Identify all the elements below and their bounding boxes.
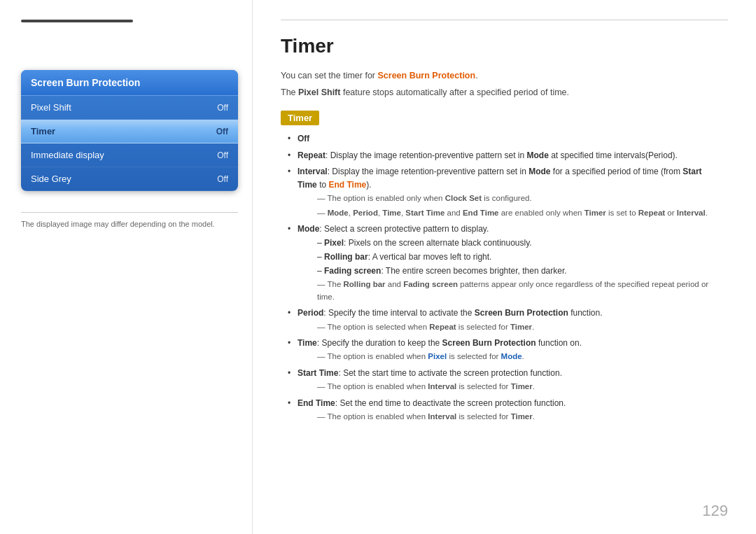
bullet-mode: Mode: Select a screen protective pattern… [288, 223, 721, 303]
sub-note-period: The option is selected when Repeat is se… [298, 321, 721, 333]
bullet-end-time: End Time: Set the end time to deactivate… [288, 397, 721, 423]
side-grey-label: Side Grey [31, 174, 71, 184]
menu-item-immediate-display[interactable]: Immediate display Off [21, 143, 238, 167]
pixel-shift-label: Pixel Shift [31, 102, 71, 113]
timer-label: Timer [31, 126, 55, 136]
sub-dash-pixel: Pixel: Pixels on the screen alternate bl… [298, 237, 721, 249]
sidebar-note: The displayed image may differ depending… [21, 212, 238, 228]
pixel-shift-value: Off [217, 103, 228, 113]
bullet-interval: Interval: Display the image retention-pr… [288, 165, 721, 219]
sub-note-mode-period: Mode, Period, Time, Start Time and End T… [298, 207, 721, 219]
intro-text-2: The Pixel Shift feature stops automatica… [281, 85, 721, 99]
sidebar: Screen Burn Protection Pixel Shift Off T… [0, 0, 252, 534]
bullet-time: Time: Specify the duration to keep the S… [288, 337, 721, 363]
bullet-repeat: Repeat: Display the image retention-prev… [288, 149, 721, 162]
top-bar-left [21, 20, 133, 22]
pixel-shift-bold: Pixel Shift [298, 87, 340, 97]
main-bullet-list: Off Repeat: Display the image retention-… [288, 132, 721, 423]
screen-burn-title: Screen Burn Protection [21, 70, 238, 96]
bullet-period: Period: Specify the time interval to act… [288, 307, 721, 333]
sub-note-start-time: The option is enabled when Interval is s… [298, 381, 721, 393]
menu-item-pixel-shift[interactable]: Pixel Shift Off [21, 96, 238, 120]
immediate-display-value: Off [217, 150, 228, 160]
menu-item-side-grey[interactable]: Side Grey Off [21, 167, 238, 191]
intro-link-1: Screen Burn Protection [378, 71, 476, 80]
timer-value: Off [216, 127, 228, 136]
page-title: Timer [281, 35, 721, 57]
screen-burn-box: Screen Burn Protection Pixel Shift Off T… [21, 70, 238, 191]
side-grey-value: Off [217, 174, 228, 184]
page-container: Screen Burn Protection Pixel Shift Off T… [0, 0, 756, 534]
sub-dash-fading: Fading screen: The entire screen becomes… [298, 265, 721, 277]
menu-item-timer[interactable]: Timer Off [21, 120, 238, 143]
page-number: 129 [702, 502, 728, 520]
immediate-display-label: Immediate display [31, 150, 104, 160]
bullet-off: Off [288, 132, 721, 146]
sub-note-clock: The option is enabled only when Clock Se… [298, 192, 721, 204]
sub-dash-rolling: Rolling bar: A vertical bar moves left t… [298, 251, 721, 263]
bullet-start-time: Start Time: Set the start time to activa… [288, 367, 721, 393]
sub-note-time: The option is enabled when Pixel is sele… [298, 351, 721, 363]
sub-note-end-time: The option is enabled when Interval is s… [298, 411, 721, 423]
section-heading-timer: Timer [281, 111, 319, 125]
top-bar-right [281, 20, 728, 20]
content-area: Timer You can set the timer for Screen B… [252, 0, 756, 534]
intro-text-1: You can set the timer for Screen Burn Pr… [281, 69, 721, 83]
sub-note-rolling-fading: The Rolling bar and Fading screen patter… [298, 279, 721, 303]
